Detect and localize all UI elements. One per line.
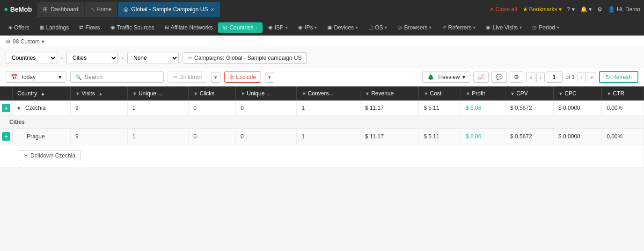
browsers-chevron-icon: ▾ <box>429 25 432 30</box>
page-prev-button[interactable]: ‹ <box>536 72 545 82</box>
nav-landings[interactable]: ▦ Landings <box>35 22 73 33</box>
message-button[interactable]: 💬 <box>491 72 507 83</box>
filter-conversions-icon: ▼ <box>301 91 306 96</box>
nav-flows[interactable]: ⇄ Flows <box>74 22 104 33</box>
help-button[interactable]: ? ▾ <box>567 6 575 13</box>
col-clicks[interactable]: ▼ Clicks <box>189 86 236 100</box>
page-first-button[interactable]: « <box>526 72 535 82</box>
custom-button[interactable]: ⚙ 98 Custom ▾ <box>6 38 44 45</box>
czechia-conversions: 1 <box>297 100 360 116</box>
treeview-button[interactable]: 🌲 Treeview ▾ <box>422 72 470 83</box>
cities-header: Cities <box>0 116 644 129</box>
landings-icon: ▦ <box>39 24 44 30</box>
nav-period[interactable]: ◷ Period ▾ <box>527 22 564 33</box>
czechia-cpv: $ 0.5672 <box>505 100 553 116</box>
nav-flows-label: Flows <box>85 24 100 31</box>
top-bar: ● BeMob ⊞ Dashboard ⌂ Home ◎ Global - Sa… <box>0 0 644 19</box>
bookmarks-button[interactable]: ★ Bookmarks ▾ <box>523 6 562 13</box>
logo-text: BeMob <box>10 6 32 13</box>
filter-dropdown-2[interactable]: Cities Countries ISP <box>66 52 118 64</box>
col-country[interactable]: Country ▲ <box>13 86 71 100</box>
os-icon: ▢ <box>368 24 373 30</box>
drilldown-split-button[interactable]: ▾ <box>211 72 220 83</box>
filter-group-1: Countries Cities ISP IPs <box>6 52 57 64</box>
filter-unique2-icon: ▼ <box>241 91 245 96</box>
exclude-split-button[interactable]: ▾ <box>265 72 274 83</box>
nav-live-visits[interactable]: ◉ Live Visits ▾ <box>481 22 527 33</box>
col-cpv[interactable]: ▼ CPV <box>505 86 553 100</box>
col-unique1[interactable]: ▼ Unique ... <box>127 86 188 100</box>
settings-button[interactable]: ⚙ <box>597 6 602 13</box>
filter-dropdown-1[interactable]: Countries Cities ISP IPs <box>6 52 57 64</box>
prague-name-cell: Prague <box>13 129 71 144</box>
nav-affiliate-networks[interactable]: ⊞ Affilate Networks <box>160 22 218 33</box>
prague-cost: $ 5.11 <box>419 129 461 144</box>
filter-dropdown-3[interactable]: None Countries Cities <box>127 52 179 64</box>
exclude-button[interactable]: ⊘ Exclude <box>224 72 261 83</box>
filter-profit-icon: ▼ <box>466 91 470 96</box>
prague-label: Prague <box>27 133 45 140</box>
user-menu[interactable]: 👤 Hi, Demo <box>608 6 640 13</box>
prague-add-button[interactable]: + <box>2 132 10 141</box>
tab-dashboard[interactable]: ⊞ Dashboard <box>37 2 84 17</box>
nav-browsers[interactable]: ◎ Browsers ▾ <box>393 22 436 33</box>
refresh-label: Refresh <box>612 74 632 80</box>
nav-devices[interactable]: ▣ Devices ▾ <box>322 22 363 33</box>
close-tab-icon[interactable]: ✕ <box>211 7 214 12</box>
col-cpc[interactable]: ▼ CPC <box>554 86 602 100</box>
exclude-label: Exclude <box>236 74 256 80</box>
refresh-button[interactable]: ↻ Refresh <box>599 71 638 83</box>
filter-cost-icon: ▼ <box>424 91 428 96</box>
col-unique2[interactable]: ▼ Unique ... <box>236 86 297 100</box>
exclude-icon: ⊘ <box>229 74 234 80</box>
logo-icon: ● <box>4 5 8 14</box>
bell-icon: 🔔 <box>580 6 587 13</box>
tab-home[interactable]: ⌂ Home <box>85 2 117 17</box>
date-picker[interactable]: 📅 Today ▾ <box>6 72 66 83</box>
tab-bar: ⊞ Dashboard ⌂ Home ◎ Global - Sample Cam… <box>37 2 487 17</box>
data-table-container: Country ▲ ▼ Visits ▲ ▼ Unique ... ▼ Clic… <box>0 86 644 167</box>
search-input[interactable] <box>85 74 159 80</box>
nav-referrers[interactable]: ↗ Referrers ▾ <box>437 22 480 33</box>
bookmarks-label: Bookmarks <box>529 6 557 13</box>
drilldown-button[interactable]: ✂ Drilldown <box>168 72 207 83</box>
page-next-button[interactable]: › <box>578 72 586 82</box>
page-number-input[interactable] <box>546 72 563 83</box>
col-revenue[interactable]: ▼ Revenue <box>360 86 418 100</box>
col-ctr[interactable]: ▼ CTR <box>602 86 644 100</box>
treeview-icon: 🌲 <box>427 74 434 80</box>
countries-icon: ◎ <box>223 24 227 30</box>
chart-button[interactable]: 📈 <box>473 72 489 83</box>
close-all-label: Close all <box>496 6 517 13</box>
live-visits-icon: ◉ <box>486 24 490 30</box>
nav-os[interactable]: ▢ OS ▾ <box>364 22 392 33</box>
notification-button[interactable]: 🔔 ▾ <box>580 6 592 13</box>
tab-dashboard-icon: ⊞ <box>43 6 48 13</box>
nav-traffic-sources[interactable]: ◉ Traffic Sources <box>106 22 159 33</box>
custom-icon: ⚙ <box>6 38 11 45</box>
drilldown-czechia-button[interactable]: ✂ Drilldown Czechia <box>19 150 80 161</box>
col-profit[interactable]: ▼ Profit <box>461 86 505 100</box>
nav-countries[interactable]: ◎ Countries ▾ <box>218 22 262 33</box>
col-visits[interactable]: ▼ Visits ▲ <box>70 86 127 100</box>
nav-isp[interactable]: ◉ ISP ▾ <box>263 22 293 33</box>
expand-czechia-button[interactable]: ▾ <box>17 105 21 112</box>
row-add-button[interactable]: + <box>2 104 10 112</box>
col-cost[interactable]: ▼ Cost <box>419 86 461 100</box>
ips-icon: ◉ <box>298 24 303 30</box>
nav-offers[interactable]: ◈ Offers <box>4 22 34 33</box>
tab-campaign-label: Global - Sample Campaign US <box>131 6 208 13</box>
nav-ips[interactable]: ◉ IPs ▾ <box>293 22 322 33</box>
filter-clicks-icon: ▼ <box>193 91 198 96</box>
tab-campaign[interactable]: ◎ Global - Sample Campaign US ✕ <box>118 2 220 17</box>
close-all-button[interactable]: ✕ Close all <box>490 6 517 13</box>
filter-ctr-icon: ▼ <box>607 91 611 96</box>
search-icon: 🔍 <box>75 74 82 80</box>
czechia-cost: $ 5.11 <box>419 100 461 116</box>
page-last-button[interactable]: » <box>587 72 596 82</box>
settings-table-button[interactable]: ⚙ <box>510 72 523 83</box>
filter-arrow-1: › <box>61 55 63 61</box>
col-conversions[interactable]: ▼ Convers... <box>297 86 360 100</box>
prague-profit: $ 6.06 <box>461 129 505 144</box>
help-icon: ? <box>567 6 571 13</box>
